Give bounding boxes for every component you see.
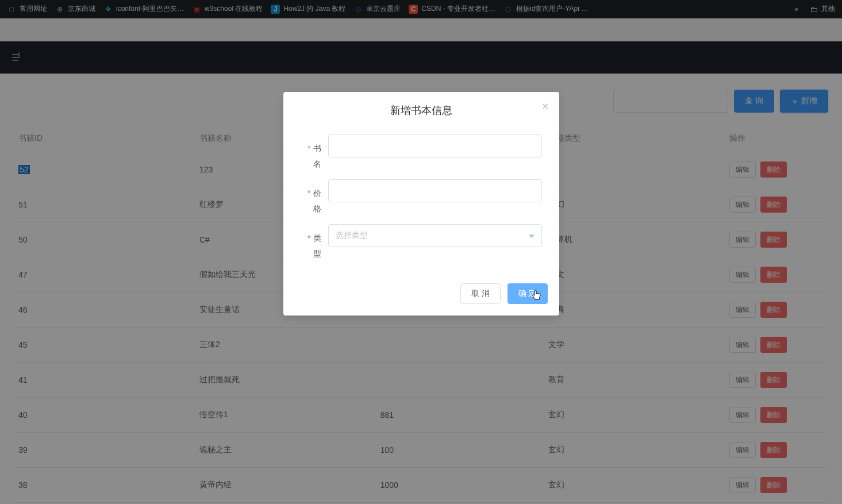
modal-overlay[interactable]: 新增书本信息 ✕ *书名 *价格 *类型 xyxy=(0,0,842,504)
form-row-type: *类型 选择类型 xyxy=(301,224,542,261)
modal-cancel-label: 取 消 xyxy=(471,288,490,299)
modal-body: *书名 *价格 *类型 选择类型 xyxy=(283,123,559,275)
modal-close-button[interactable]: ✕ xyxy=(541,102,549,111)
book-type-select[interactable]: 选择类型 xyxy=(328,224,542,247)
form-label-price: *价格 xyxy=(301,179,328,216)
close-icon: ✕ xyxy=(541,102,549,111)
add-book-modal: 新增书本信息 ✕ *书名 *价格 *类型 xyxy=(283,92,559,316)
modal-footer: 取 消 确 定 xyxy=(283,275,559,316)
modal-confirm-button[interactable]: 确 定 xyxy=(507,283,548,304)
modal-header: 新增书本信息 ✕ xyxy=(283,92,559,123)
book-name-input[interactable] xyxy=(328,134,542,157)
form-row-price: *价格 xyxy=(301,179,542,216)
form-row-name: *书名 xyxy=(301,134,542,171)
modal-cancel-button[interactable]: 取 消 xyxy=(460,283,501,304)
form-label-name: *书名 xyxy=(301,134,328,171)
book-type-placeholder: 选择类型 xyxy=(336,230,368,241)
book-price-input[interactable] xyxy=(328,179,542,202)
form-label-type: *类型 xyxy=(301,224,328,261)
modal-confirm-label: 确 定 xyxy=(518,288,537,299)
modal-title: 新增书本信息 xyxy=(390,105,452,116)
